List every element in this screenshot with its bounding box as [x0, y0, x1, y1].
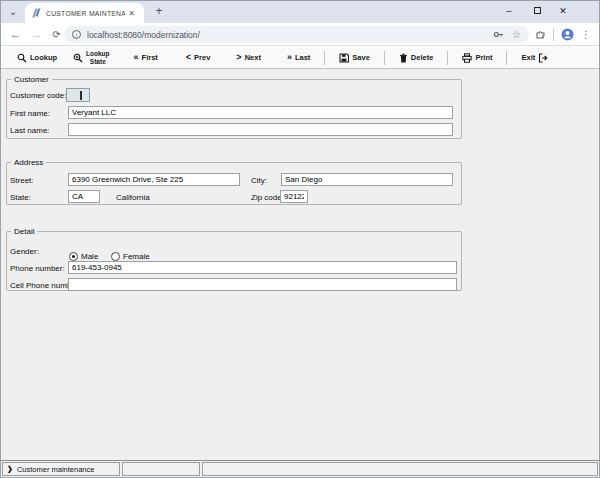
state-name-text: California — [116, 193, 150, 202]
url-omnibox[interactable]: i localhost:8080/modernization/ ☆ — [64, 26, 529, 43]
chrome-menu-icon[interactable]: ⋮ — [581, 29, 591, 40]
lookup-button[interactable]: Lookup — [9, 48, 65, 68]
text-caret — [80, 91, 82, 100]
customer-section: Customer Customer code: First name: Last… — [6, 75, 462, 139]
site-info-icon[interactable]: i — [72, 30, 81, 39]
prev-button[interactable]: < Prev — [178, 48, 219, 68]
delete-label: Delete — [411, 53, 434, 62]
street-input[interactable] — [68, 173, 240, 186]
last-button[interactable]: » Last — [279, 48, 318, 68]
save-button[interactable]: Save — [331, 48, 378, 68]
toolbar-separator — [384, 51, 385, 65]
window-minimize-button[interactable]: – — [499, 1, 519, 21]
print-button[interactable]: Print — [454, 48, 500, 68]
magnifier-icon — [17, 53, 27, 63]
gender-label: Gender: — [10, 247, 39, 256]
tab-search-icon[interactable]: ⌄ — [6, 5, 20, 19]
female-radio[interactable] — [111, 252, 120, 261]
extensions-icon[interactable] — [535, 29, 546, 40]
last-name-label: Last name: — [10, 126, 50, 135]
zip-input[interactable] — [280, 190, 308, 203]
lookup-state-label-line2: State — [90, 58, 106, 65]
url-text: localhost:8080/modernization/ — [87, 30, 493, 40]
chevron-left-icon: < — [186, 53, 191, 62]
tab-title: CUSTOMER MAINTENANCE — [46, 10, 125, 17]
magnifier-plus-icon — [73, 53, 83, 63]
exit-button[interactable]: Exit — [513, 48, 556, 68]
customer-legend: Customer — [11, 75, 52, 84]
tab-close-icon[interactable]: ✕ — [125, 8, 138, 19]
window-close-button[interactable]: ✕ — [553, 1, 573, 21]
chevron-right-icon: ❯ — [7, 465, 13, 473]
city-input[interactable] — [281, 173, 453, 186]
phone-input[interactable] — [68, 261, 457, 274]
last-label: Last — [295, 53, 310, 62]
detail-legend: Detail — [11, 227, 37, 236]
state-input[interactable] — [68, 190, 100, 203]
address-section: Address Street: City: State: California … — [6, 158, 462, 205]
prev-label: Prev — [194, 53, 210, 62]
chevron-right-icon: > — [236, 53, 241, 62]
app-toolbar: Lookup LookupState « First < Prev > Next… — [1, 47, 599, 69]
profile-avatar-icon[interactable] — [561, 28, 574, 41]
bookmark-star-icon[interactable]: ☆ — [512, 30, 521, 40]
veryant-favicon-icon — [31, 8, 41, 18]
male-radio[interactable] — [69, 252, 78, 261]
lookup-label: Lookup — [30, 53, 57, 62]
state-label: State: — [10, 193, 31, 202]
toolbar-divider — [553, 29, 554, 41]
address-legend: Address — [11, 158, 46, 167]
male-radio-label: Male — [81, 252, 98, 261]
phone-label: Phone number: — [10, 264, 65, 273]
first-button[interactable]: « First — [126, 48, 166, 68]
lookup-state-label-line1: Lookup — [86, 50, 109, 57]
status-panel-main[interactable]: ❯ Customer maintenance — [2, 462, 120, 476]
toolbar-separator — [506, 51, 507, 65]
status-panel-3 — [202, 462, 598, 476]
street-label: Street: — [10, 176, 34, 185]
floppy-save-icon — [339, 53, 349, 63]
window-maximize-button[interactable] — [527, 1, 547, 21]
browser-window: ⌄ CUSTOMER MAINTENANCE ✕ + – ✕ ← → ⟳ i l… — [0, 0, 600, 478]
form-panel: Customer Customer code: First name: Last… — [1, 69, 599, 461]
next-label: Next — [245, 53, 261, 62]
save-label: Save — [352, 53, 370, 62]
last-name-input[interactable] — [68, 123, 453, 136]
zip-label: Zip code: — [251, 193, 284, 202]
exit-door-icon — [538, 53, 548, 63]
toolbar-separator — [324, 51, 325, 65]
lookup-state-button[interactable]: LookupState — [65, 48, 117, 68]
forward-icon[interactable]: → — [29, 27, 44, 42]
status-panel-2 — [122, 462, 200, 476]
active-tab[interactable]: CUSTOMER MAINTENANCE ✕ — [25, 3, 144, 23]
tab-strip: ⌄ CUSTOMER MAINTENANCE ✕ + – ✕ — [1, 1, 599, 23]
back-icon[interactable]: ← — [8, 27, 23, 42]
status-bar: ❯ Customer maintenance — [1, 460, 599, 477]
new-tab-button[interactable]: + — [151, 4, 167, 20]
first-name-input[interactable] — [68, 106, 453, 119]
next-button[interactable]: > Next — [228, 48, 269, 68]
customer-code-input[interactable] — [66, 88, 90, 102]
address-bar: ← → ⟳ i localhost:8080/modernization/ ☆ … — [1, 23, 599, 46]
cell-phone-input[interactable] — [68, 278, 457, 291]
printer-icon — [462, 53, 472, 63]
reload-icon[interactable]: ⟳ — [49, 27, 64, 42]
double-chevron-right-icon: » — [287, 53, 292, 62]
status-text: Customer maintenance — [17, 465, 95, 474]
first-name-label: First name: — [10, 109, 50, 118]
trash-delete-icon — [399, 53, 408, 63]
toolbar-separator — [447, 51, 448, 65]
print-label: Print — [475, 53, 492, 62]
double-chevron-left-icon: « — [134, 53, 139, 62]
delete-button[interactable]: Delete — [391, 48, 442, 68]
city-label: City: — [251, 176, 267, 185]
customer-code-label: Customer code: — [10, 91, 66, 100]
detail-section: Detail Gender: Male Female Phone number:… — [6, 227, 462, 291]
password-key-icon[interactable] — [493, 29, 504, 40]
first-label: First — [142, 53, 158, 62]
female-radio-label: Female — [123, 252, 150, 261]
exit-label: Exit — [521, 53, 535, 62]
